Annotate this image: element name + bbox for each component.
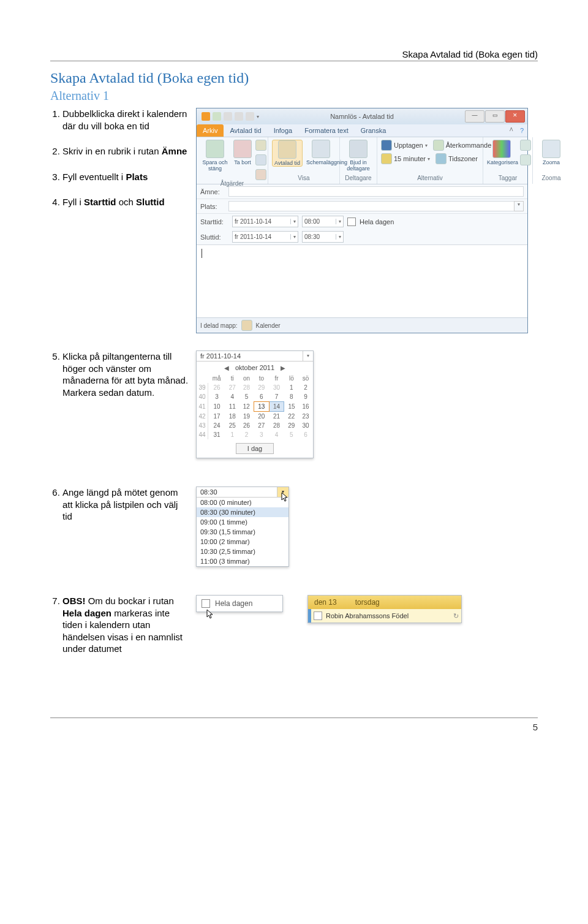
- calendar-day[interactable]: 28: [239, 383, 254, 392]
- time-field[interactable]: 08:30: [197, 487, 277, 497]
- calendar-day[interactable]: 26: [239, 421, 254, 430]
- end-time-combo[interactable]: 08:30▾: [302, 231, 344, 243]
- calendar-day[interactable]: 12: [239, 402, 254, 412]
- calendar-day[interactable]: 7: [269, 392, 284, 402]
- start-date-combo[interactable]: fr 2011-10-14▾: [232, 216, 298, 227]
- today-button[interactable]: I dag: [236, 443, 274, 454]
- time-option[interactable]: 10:00 (2 timmar): [197, 537, 288, 547]
- calendar-day[interactable]: 6: [254, 392, 269, 402]
- all-day-event[interactable]: Robin Abrahamssons Födel ↻: [308, 609, 461, 623]
- calendar-day[interactable]: 28: [269, 421, 284, 430]
- calendar-day[interactable]: 4: [225, 392, 239, 402]
- help-icon[interactable]: ?: [516, 124, 527, 137]
- calendar-day[interactable]: 6: [299, 430, 313, 439]
- ribbon-tabs[interactable]: Arkiv Avtalad tid Infoga Formatera text …: [197, 124, 527, 137]
- delete-button[interactable]: Ta bort: [233, 140, 252, 165]
- next-month-icon[interactable]: ▶: [281, 365, 285, 371]
- calendar-day[interactable]: 26: [208, 383, 225, 392]
- calendar-day[interactable]: 15: [284, 402, 299, 412]
- calendar-day[interactable]: 31: [208, 430, 225, 439]
- calendar-day[interactable]: 5: [239, 392, 254, 402]
- start-time-combo[interactable]: 08:00▾: [302, 216, 344, 227]
- tab-infoga[interactable]: Infoga: [268, 124, 299, 137]
- calendar-day[interactable]: 1: [284, 383, 299, 392]
- calendar-day[interactable]: 14: [269, 402, 284, 412]
- tab-avtalad-tid[interactable]: Avtalad tid: [224, 124, 267, 137]
- body-editor[interactable]: [197, 244, 527, 318]
- ribbon-expand-icon[interactable]: ⴷ: [506, 124, 516, 137]
- calendar-day[interactable]: 2: [239, 430, 254, 439]
- calendar-day[interactable]: 29: [254, 383, 269, 392]
- calendar-day[interactable]: 19: [239, 412, 254, 422]
- busy-status-combo[interactable]: Upptagen▾ Återkommande: [381, 140, 491, 151]
- calendar-day[interactable]: 5: [284, 430, 299, 439]
- calendar-day[interactable]: 30: [299, 421, 313, 430]
- calendar-day[interactable]: 17: [208, 412, 225, 422]
- calendar-day[interactable]: 11: [225, 402, 239, 412]
- time-option[interactable]: 11:00 (3 timmar): [197, 556, 288, 566]
- calendar-day[interactable]: 3: [208, 392, 225, 402]
- quick-access-toolbar[interactable]: ▾: [199, 112, 259, 121]
- calendar-day[interactable]: 27: [254, 421, 269, 430]
- time-option[interactable]: 10:30 (2,5 timmar): [197, 547, 288, 556]
- calendar-day[interactable]: 3: [254, 430, 269, 439]
- calendar-day[interactable]: 13: [254, 402, 269, 412]
- calendar-day[interactable]: 20: [254, 412, 269, 422]
- close-button[interactable]: ✕: [505, 110, 525, 123]
- outlook-appointment-window: ▾ Namnlös - Avtalad tid — ▭ ✕ Arkiv Avta…: [196, 108, 528, 333]
- small-actions[interactable]: [255, 140, 264, 180]
- calendar-day[interactable]: 8: [284, 392, 299, 402]
- time-option[interactable]: 09:30 (1,5 timmar): [197, 527, 288, 537]
- calendar-day[interactable]: 18: [225, 412, 239, 422]
- calendar-day[interactable]: 27: [225, 383, 239, 392]
- time-option[interactable]: 08:30 (30 minuter): [197, 507, 288, 517]
- avtalad-tid-view-button[interactable]: Avtalad tid: [272, 140, 303, 167]
- group-alternativ: Alternativ: [381, 175, 479, 181]
- calendar-day[interactable]: 9: [299, 392, 313, 402]
- tab-formatera-text[interactable]: Formatera text: [298, 124, 355, 137]
- title-bar: ▾ Namnlös - Avtalad tid — ▭ ✕: [197, 108, 527, 124]
- time-dropdown[interactable]: 08:30 ▾ 08:00 (0 minuter)08:30 (30 minut…: [196, 487, 289, 567]
- calendar-day[interactable]: 16: [299, 402, 313, 412]
- calendar-day[interactable]: 4: [269, 430, 284, 439]
- save-close-button[interactable]: Spara och stäng: [200, 140, 230, 172]
- calendar-day[interactable]: 21: [269, 412, 284, 422]
- location-input[interactable]: [228, 201, 514, 211]
- calendar-day[interactable]: 1: [225, 430, 239, 439]
- text-cursor: [202, 249, 522, 258]
- calendar-day[interactable]: 30: [269, 383, 284, 392]
- invite-button[interactable]: Bjud in deltagare: [344, 140, 373, 172]
- categorize-button[interactable]: Kategorisera: [487, 140, 516, 165]
- all-day-checkbox[interactable]: [347, 218, 356, 226]
- prev-month-icon[interactable]: ◀: [224, 365, 229, 371]
- date-picker[interactable]: fr 2011-10-14 ▾ ◀ oktober 2011 ▶ måtiont…: [196, 350, 314, 458]
- zoom-button[interactable]: Zooma: [537, 140, 566, 165]
- calendar-day[interactable]: 2: [299, 383, 313, 392]
- all-day-sample-label: Hela dagen: [215, 599, 252, 608]
- minimize-button[interactable]: —: [465, 110, 484, 123]
- all-day-sample-checkbox[interactable]: [202, 599, 210, 608]
- date-field[interactable]: fr 2011-10-14: [197, 351, 303, 361]
- tab-granska[interactable]: Granska: [355, 124, 393, 137]
- schedule-view-button[interactable]: Schemaläggning: [306, 140, 336, 165]
- step-6: Ange längd på mötet genom att klicka på …: [62, 487, 190, 523]
- time-dropdown-button[interactable]: ▾: [277, 487, 288, 497]
- time-option[interactable]: 09:00 (1 timme): [197, 517, 288, 527]
- location-row: Plats: ▾: [197, 199, 527, 214]
- end-date-combo[interactable]: fr 2011-10-14▾: [232, 231, 298, 243]
- location-dropdown-icon[interactable]: ▾: [514, 201, 524, 211]
- window-title: Namnlös - Avtalad tid: [259, 113, 465, 120]
- calendar-day[interactable]: 23: [299, 412, 313, 422]
- calendar-day[interactable]: 25: [225, 421, 239, 430]
- maximize-button[interactable]: ▭: [485, 110, 505, 123]
- tab-arkiv[interactable]: Arkiv: [197, 124, 224, 137]
- calendar-day[interactable]: 24: [208, 421, 225, 430]
- calendar-day[interactable]: 29: [284, 421, 299, 430]
- time-option[interactable]: 08:00 (0 minuter): [197, 498, 288, 507]
- date-dropdown-icon[interactable]: ▾: [303, 351, 313, 361]
- calendar-grid[interactable]: måtiontofrlösö 3926272829301240345678941…: [197, 374, 313, 439]
- calendar-day[interactable]: 22: [284, 412, 299, 422]
- reminder-combo[interactable]: 15 minuter▾ Tidszoner: [381, 153, 478, 164]
- subject-input[interactable]: [228, 186, 524, 197]
- calendar-day[interactable]: 10: [208, 402, 225, 412]
